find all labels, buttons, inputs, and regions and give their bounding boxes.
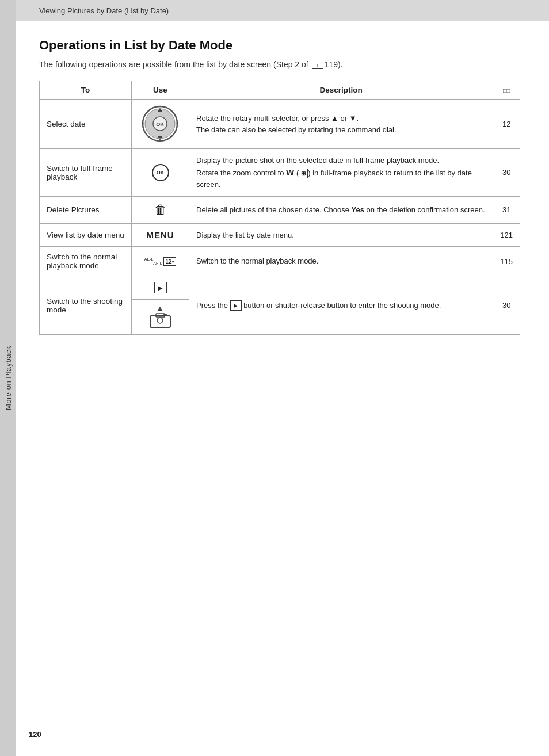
side-tab: More on Playback: [0, 0, 16, 756]
row-use-icon: OK: [132, 149, 189, 197]
row-description: Press the ▶ button or shutter-release bu…: [189, 276, 493, 335]
table-row: Delete Pictures 🗑 Delete all pictures of…: [40, 196, 520, 223]
col-ref: □□: [493, 81, 520, 100]
page-number: 120: [29, 730, 41, 739]
side-tab-label: More on Playback: [4, 346, 13, 410]
row-description: Delete all pictures of the chosen date. …: [189, 196, 493, 223]
menu-icon: MENU: [146, 230, 174, 240]
table-row: Switch to the shooting mode ▶ Press the …: [40, 276, 520, 300]
row-description: Switch to the normal playback mode.: [189, 247, 493, 276]
header-strip: Viewing Pictures by Date (List by Date): [16, 0, 549, 21]
table-row: Select date OK: [40, 100, 520, 149]
row-to: Delete Pictures: [40, 196, 132, 223]
row-use-icon: 🗑: [132, 196, 189, 223]
table-row: Switch to the normal playback mode AE-LA…: [40, 247, 520, 276]
row-ref: 115: [493, 247, 520, 276]
row-to: Switch to full-frame playback: [40, 149, 132, 197]
row-use-icon: MENU: [132, 223, 189, 247]
table-row: Switch to full-frame playback OK Display…: [40, 149, 520, 197]
row-description: Rotate the rotary multi selector, or pre…: [189, 100, 493, 149]
table-header-row: To Use Description □□: [40, 81, 520, 100]
row-ref: 30: [493, 276, 520, 335]
row-ref: 30: [493, 149, 520, 197]
col-to: To: [40, 81, 132, 100]
play-icon: ▶: [154, 282, 167, 293]
row-use-icon: AE-LAF-L 12▪: [132, 247, 189, 276]
camera-shutter-icon: [147, 306, 173, 329]
row-to: Switch to the shooting mode: [40, 276, 132, 335]
intro-paragraph: The following operations are possible fr…: [39, 60, 520, 69]
row-use-icon: [132, 300, 189, 335]
table-row: View list by date menu MENU Display the …: [40, 223, 520, 247]
row-use-icon: ▶: [132, 276, 189, 300]
svg-point-8: [143, 123, 144, 124]
main-content: Operations in List by Date Mode The foll…: [16, 21, 549, 756]
intro-text: The following operations are possible fr…: [39, 60, 308, 69]
svg-point-7: [159, 138, 161, 139]
svg-rect-14: [163, 314, 167, 316]
row-ref: 31: [493, 196, 520, 223]
book-icon-ref: □□: [312, 62, 323, 69]
row-ref: 12: [493, 100, 520, 149]
row-to: Switch to the normal playback mode: [40, 247, 132, 276]
row-to: View list by date menu: [40, 223, 132, 247]
row-description: Display the picture shot on the selected…: [189, 149, 493, 197]
col-use: Use: [132, 81, 189, 100]
header-strip-text: Viewing Pictures by Date (List by Date): [39, 6, 169, 15]
svg-point-9: [176, 123, 177, 124]
rotary-selector-icon: OK: [142, 105, 179, 143]
ok-icon: OK: [152, 164, 169, 181]
svg-marker-10: [157, 307, 163, 311]
operations-table: To Use Description □□ Select date: [39, 81, 520, 335]
delete-icon: 🗑: [139, 203, 182, 217]
svg-text:OK: OK: [156, 121, 164, 127]
ael-icon: AE-LAF-L 12▪: [139, 257, 182, 266]
row-use-icon: OK: [132, 100, 189, 149]
svg-point-13: [157, 318, 163, 323]
row-ref: 121: [493, 223, 520, 247]
svg-point-6: [159, 108, 161, 109]
page-title: Operations in List by Date Mode: [39, 38, 520, 53]
intro-ref: 119).: [325, 60, 343, 69]
col-description: Description: [189, 81, 493, 100]
row-to: Select date: [40, 100, 132, 149]
row-description: Display the list by date menu.: [189, 223, 493, 247]
